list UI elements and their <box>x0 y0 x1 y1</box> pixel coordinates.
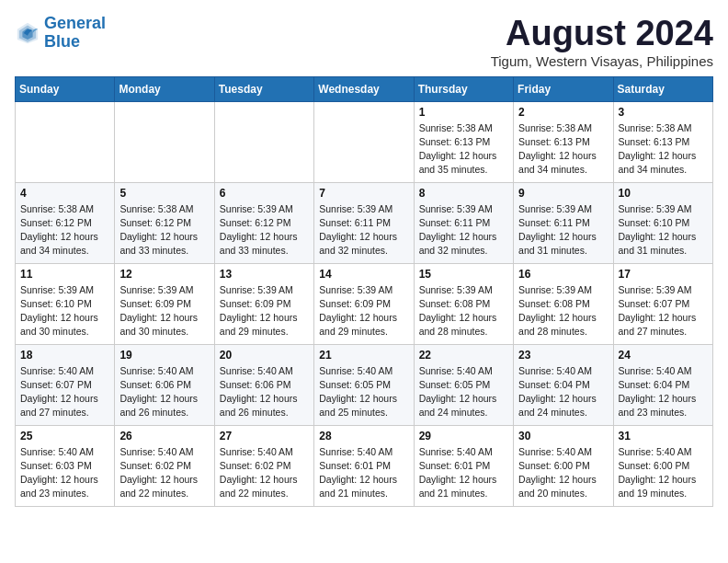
day-info: Sunrise: 5:40 AM Sunset: 6:02 PM Dayligh… <box>220 445 309 501</box>
day-number: 11 <box>20 268 109 281</box>
calendar-day-header: Friday <box>514 76 613 101</box>
calendar-cell: 17Sunrise: 5:39 AM Sunset: 6:07 PM Dayli… <box>613 263 712 344</box>
day-info: Sunrise: 5:40 AM Sunset: 6:03 PM Dayligh… <box>20 445 109 501</box>
calendar-day-header: Saturday <box>613 76 712 101</box>
day-number: 3 <box>619 106 708 119</box>
calendar-cell: 13Sunrise: 5:39 AM Sunset: 6:09 PM Dayli… <box>214 263 313 344</box>
calendar-cell: 6Sunrise: 5:39 AM Sunset: 6:12 PM Daylig… <box>214 182 313 263</box>
calendar-cell <box>115 101 214 182</box>
day-info: Sunrise: 5:38 AM Sunset: 6:13 PM Dayligh… <box>619 121 708 178</box>
day-number: 27 <box>220 430 309 442</box>
day-info: Sunrise: 5:39 AM Sunset: 6:11 PM Dayligh… <box>319 202 408 259</box>
day-info: Sunrise: 5:39 AM Sunset: 6:09 PM Dayligh… <box>119 283 209 339</box>
logo-text: General <box>44 15 106 33</box>
calendar-week-row: 18Sunrise: 5:40 AM Sunset: 6:07 PM Dayli… <box>16 344 713 425</box>
day-number: 13 <box>220 268 309 281</box>
calendar-cell: 8Sunrise: 5:39 AM Sunset: 6:11 PM Daylig… <box>414 182 513 263</box>
calendar-cell: 26Sunrise: 5:40 AM Sunset: 6:02 PM Dayli… <box>115 425 214 506</box>
day-number: 2 <box>518 106 608 119</box>
day-info: Sunrise: 5:39 AM Sunset: 6:12 PM Dayligh… <box>220 202 309 259</box>
calendar-cell: 11Sunrise: 5:39 AM Sunset: 6:10 PM Dayli… <box>16 263 115 344</box>
logo-line2: Blue <box>44 32 80 51</box>
calendar-cell: 23Sunrise: 5:40 AM Sunset: 6:04 PM Dayli… <box>514 344 613 425</box>
day-number: 7 <box>319 187 408 200</box>
day-info: Sunrise: 5:39 AM Sunset: 6:10 PM Dayligh… <box>20 283 109 339</box>
calendar-week-row: 4Sunrise: 5:38 AM Sunset: 6:12 PM Daylig… <box>16 182 713 263</box>
calendar-day-header: Sunday <box>16 76 115 101</box>
day-info: Sunrise: 5:39 AM Sunset: 6:11 PM Dayligh… <box>518 202 608 259</box>
day-number: 22 <box>419 349 508 362</box>
day-number: 8 <box>419 187 508 200</box>
day-info: Sunrise: 5:40 AM Sunset: 6:01 PM Dayligh… <box>419 445 508 501</box>
day-info: Sunrise: 5:40 AM Sunset: 6:01 PM Dayligh… <box>319 445 408 501</box>
calendar-cell: 7Sunrise: 5:39 AM Sunset: 6:11 PM Daylig… <box>314 182 414 263</box>
day-number: 14 <box>319 268 408 281</box>
day-info: Sunrise: 5:40 AM Sunset: 6:05 PM Dayligh… <box>319 364 408 420</box>
calendar-cell: 3Sunrise: 5:38 AM Sunset: 6:13 PM Daylig… <box>613 101 712 182</box>
calendar-cell: 15Sunrise: 5:39 AM Sunset: 6:08 PM Dayli… <box>414 263 513 344</box>
day-number: 24 <box>619 349 708 362</box>
calendar-cell <box>314 101 414 182</box>
day-info: Sunrise: 5:40 AM Sunset: 6:02 PM Dayligh… <box>119 445 209 501</box>
day-info: Sunrise: 5:40 AM Sunset: 6:06 PM Dayligh… <box>220 364 309 420</box>
day-number: 10 <box>619 187 708 200</box>
calendar-day-header: Tuesday <box>214 76 313 101</box>
calendar-cell: 16Sunrise: 5:39 AM Sunset: 6:08 PM Dayli… <box>514 263 613 344</box>
day-number: 12 <box>119 268 209 281</box>
day-info: Sunrise: 5:39 AM Sunset: 6:08 PM Dayligh… <box>518 283 608 339</box>
calendar-cell: 21Sunrise: 5:40 AM Sunset: 6:05 PM Dayli… <box>314 344 414 425</box>
calendar-cell <box>16 101 115 182</box>
day-info: Sunrise: 5:40 AM Sunset: 6:04 PM Dayligh… <box>619 364 708 420</box>
day-info: Sunrise: 5:39 AM Sunset: 6:09 PM Dayligh… <box>220 283 309 339</box>
logo: General Blue <box>15 15 106 52</box>
calendar-cell: 25Sunrise: 5:40 AM Sunset: 6:03 PM Dayli… <box>16 425 115 506</box>
calendar-cell: 2Sunrise: 5:38 AM Sunset: 6:13 PM Daylig… <box>514 101 613 182</box>
day-info: Sunrise: 5:38 AM Sunset: 6:13 PM Dayligh… <box>419 121 508 178</box>
calendar-cell: 14Sunrise: 5:39 AM Sunset: 6:09 PM Dayli… <box>314 263 414 344</box>
calendar-cell: 19Sunrise: 5:40 AM Sunset: 6:06 PM Dayli… <box>115 344 214 425</box>
calendar-cell: 12Sunrise: 5:39 AM Sunset: 6:09 PM Dayli… <box>115 263 214 344</box>
day-info: Sunrise: 5:40 AM Sunset: 6:07 PM Dayligh… <box>20 364 109 420</box>
day-info: Sunrise: 5:38 AM Sunset: 6:12 PM Dayligh… <box>119 202 209 259</box>
day-number: 5 <box>119 187 209 200</box>
day-number: 21 <box>319 349 408 362</box>
day-number: 26 <box>119 430 209 442</box>
calendar-table: SundayMondayTuesdayWednesdayThursdayFrid… <box>15 76 713 507</box>
calendar-cell: 20Sunrise: 5:40 AM Sunset: 6:06 PM Dayli… <box>214 344 313 425</box>
day-info: Sunrise: 5:40 AM Sunset: 6:04 PM Dayligh… <box>518 364 608 420</box>
day-number: 29 <box>419 430 508 442</box>
day-number: 4 <box>20 187 109 200</box>
day-number: 23 <box>518 349 608 362</box>
calendar-cell: 18Sunrise: 5:40 AM Sunset: 6:07 PM Dayli… <box>16 344 115 425</box>
calendar-cell: 1Sunrise: 5:38 AM Sunset: 6:13 PM Daylig… <box>414 101 513 182</box>
logo-icon <box>15 20 40 46</box>
calendar-day-header: Thursday <box>414 76 513 101</box>
title-block: August 2024 Tigum, Western Visayas, Phil… <box>491 15 713 69</box>
month-year: August 2024 <box>491 15 713 53</box>
calendar-cell: 30Sunrise: 5:40 AM Sunset: 6:00 PM Dayli… <box>514 425 613 506</box>
day-info: Sunrise: 5:40 AM Sunset: 6:05 PM Dayligh… <box>419 364 508 420</box>
day-number: 15 <box>419 268 508 281</box>
logo-line1: General <box>44 14 106 32</box>
calendar-cell: 29Sunrise: 5:40 AM Sunset: 6:01 PM Dayli… <box>414 425 513 506</box>
calendar-week-row: 1Sunrise: 5:38 AM Sunset: 6:13 PM Daylig… <box>16 101 713 182</box>
calendar-day-header: Wednesday <box>314 76 414 101</box>
page-header: General Blue August 2024 Tigum, Western … <box>15 15 713 69</box>
calendar-cell: 28Sunrise: 5:40 AM Sunset: 6:01 PM Dayli… <box>314 425 414 506</box>
day-number: 6 <box>220 187 309 200</box>
day-info: Sunrise: 5:39 AM Sunset: 6:08 PM Dayligh… <box>419 283 508 339</box>
calendar-week-row: 11Sunrise: 5:39 AM Sunset: 6:10 PM Dayli… <box>16 263 713 344</box>
day-info: Sunrise: 5:40 AM Sunset: 6:06 PM Dayligh… <box>119 364 209 420</box>
calendar-cell <box>214 101 313 182</box>
calendar-header-row: SundayMondayTuesdayWednesdayThursdayFrid… <box>16 76 713 101</box>
day-number: 19 <box>119 349 209 362</box>
day-info: Sunrise: 5:38 AM Sunset: 6:13 PM Dayligh… <box>518 121 608 178</box>
location: Tigum, Western Visayas, Philippines <box>491 53 713 69</box>
calendar-cell: 5Sunrise: 5:38 AM Sunset: 6:12 PM Daylig… <box>115 182 214 263</box>
day-number: 25 <box>20 430 109 442</box>
day-info: Sunrise: 5:39 AM Sunset: 6:09 PM Dayligh… <box>319 283 408 339</box>
day-number: 9 <box>518 187 608 200</box>
day-number: 17 <box>619 268 708 281</box>
calendar-cell: 4Sunrise: 5:38 AM Sunset: 6:12 PM Daylig… <box>16 182 115 263</box>
day-number: 31 <box>619 430 708 442</box>
